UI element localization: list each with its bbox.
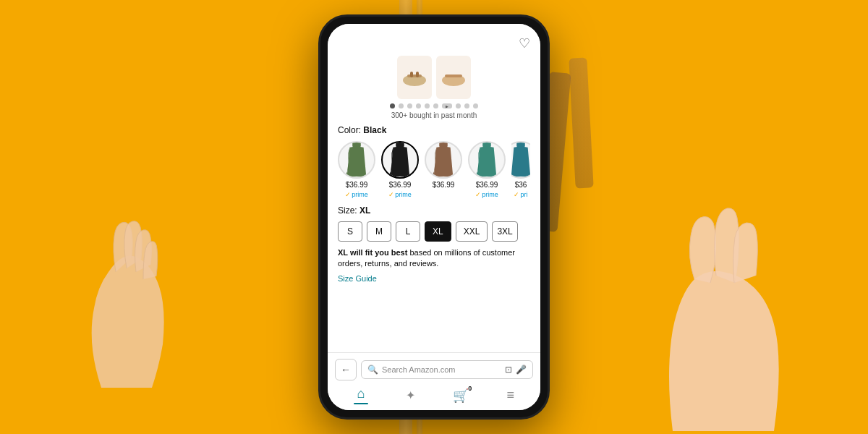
top-bar: ♡ xyxy=(338,33,530,56)
phone-screen: ♡ xyxy=(328,24,540,410)
cart-count: 0 xyxy=(468,385,472,392)
dot-9 xyxy=(464,103,469,109)
swatch-teal2-price: $36 xyxy=(515,181,527,189)
swatch-brown[interactable]: $36.99 ‌ xyxy=(425,141,462,198)
size-btn-3xl[interactable]: 3XL xyxy=(492,221,517,242)
camera-icon[interactable]: ⊡ xyxy=(505,365,512,375)
swatch-circle-green xyxy=(338,141,375,179)
dot-play: ▶ xyxy=(442,103,452,109)
size-btn-s[interactable]: S xyxy=(338,221,362,242)
phone: ♡ xyxy=(318,14,550,420)
nav-tab-cart[interactable]: 🛒0 xyxy=(447,386,475,405)
svg-rect-7 xyxy=(396,142,404,148)
svg-rect-3 xyxy=(416,72,419,77)
nav-tab-ai[interactable]: ✦ xyxy=(400,387,421,404)
size-guide-link[interactable]: Size Guide xyxy=(338,274,530,283)
size-btn-xl[interactable]: XL xyxy=(425,221,451,242)
bottom-bar: ← 🔍 Search Amazon.com ⊡ 🎤 ⌂ ✦ xyxy=(328,352,540,410)
search-bar: ← 🔍 Search Amazon.com ⊡ 🎤 xyxy=(335,359,533,380)
dot-5 xyxy=(425,103,430,109)
svg-rect-6 xyxy=(352,142,361,148)
swatch-circle-brown xyxy=(425,141,462,179)
dot-6 xyxy=(433,103,438,109)
dot-3 xyxy=(407,103,412,109)
swatch-brown-price: $36.99 xyxy=(433,181,455,189)
swatch-green[interactable]: $36.99 ✓prime xyxy=(338,141,375,198)
svg-rect-9 xyxy=(482,142,491,148)
cart-icon: 🛒0 xyxy=(453,388,469,404)
bought-badge: 300+ bought in past month xyxy=(338,111,530,119)
color-swatches: $36.99 ✓prime $36.99 ✓p xyxy=(338,141,530,198)
dot-10 xyxy=(473,103,478,109)
swatch-black-prime: ✓prime xyxy=(388,191,412,198)
product-thumb-sandal[interactable] xyxy=(397,56,432,99)
swatch-teal-prime: ✓prime xyxy=(475,191,498,198)
svg-rect-2 xyxy=(410,72,413,77)
dot-1 xyxy=(390,103,395,109)
left-hand xyxy=(58,200,188,391)
swatch-teal2[interactable]: $36 ✓pri xyxy=(511,141,530,198)
search-icon: 🔍 xyxy=(367,365,378,375)
svg-rect-10 xyxy=(516,142,525,148)
nav-tab-home[interactable]: ⌂ xyxy=(348,385,374,406)
swatch-teal-price: $36.99 xyxy=(476,181,498,189)
dot-8 xyxy=(456,103,461,109)
mic-icon[interactable]: 🎤 xyxy=(516,365,527,375)
fit-text: XL will fit you best based on millions o… xyxy=(338,247,530,270)
dot-2 xyxy=(399,103,404,109)
size-label: Size: XL xyxy=(338,205,530,216)
nav-tab-menu[interactable]: ≡ xyxy=(501,386,520,404)
carousel-dots: ▶ xyxy=(338,103,530,109)
menu-icon: ≡ xyxy=(506,388,514,403)
swatch-black-price: $36.99 xyxy=(389,181,412,189)
swatch-black[interactable]: $36.99 ✓prime xyxy=(381,141,419,198)
ai-icon: ✦ xyxy=(406,388,415,402)
swatch-circle-teal xyxy=(468,141,506,179)
search-input-wrap[interactable]: 🔍 Search Amazon.com ⊡ 🎤 xyxy=(361,360,533,379)
size-buttons: S M L XL XXL 3XL xyxy=(338,221,530,242)
swatch-teal[interactable]: $36.99 ✓prime xyxy=(468,141,506,198)
size-btn-l[interactable]: L xyxy=(396,221,420,242)
size-btn-m[interactable]: M xyxy=(367,221,391,242)
product-thumb-2[interactable] xyxy=(436,56,471,99)
svg-rect-5 xyxy=(445,75,462,77)
dot-4 xyxy=(416,103,421,109)
back-button[interactable]: ← xyxy=(335,359,357,380)
swatch-green-prime: ✓prime xyxy=(345,191,368,198)
svg-rect-8 xyxy=(439,142,448,148)
size-btn-xxl[interactable]: XXL xyxy=(456,221,488,242)
swatch-teal2-prime: ✓pri xyxy=(514,191,527,198)
right-hand xyxy=(651,156,825,434)
product-images-row xyxy=(338,56,530,99)
swatch-circle-teal2 xyxy=(511,141,530,179)
home-icon: ⌂ xyxy=(357,386,365,401)
scene: ♡ xyxy=(0,0,868,434)
screen-content: ♡ xyxy=(328,24,540,352)
svg-rect-1 xyxy=(407,75,422,77)
color-label: Color: Black xyxy=(338,125,530,135)
search-placeholder: Search Amazon.com xyxy=(382,365,501,374)
wishlist-icon[interactable]: ♡ xyxy=(519,35,530,51)
swatch-green-price: $36.99 xyxy=(346,181,368,189)
nav-tabs: ⌂ ✦ 🛒0 ≡ xyxy=(335,385,533,406)
swatch-circle-black xyxy=(381,141,419,179)
